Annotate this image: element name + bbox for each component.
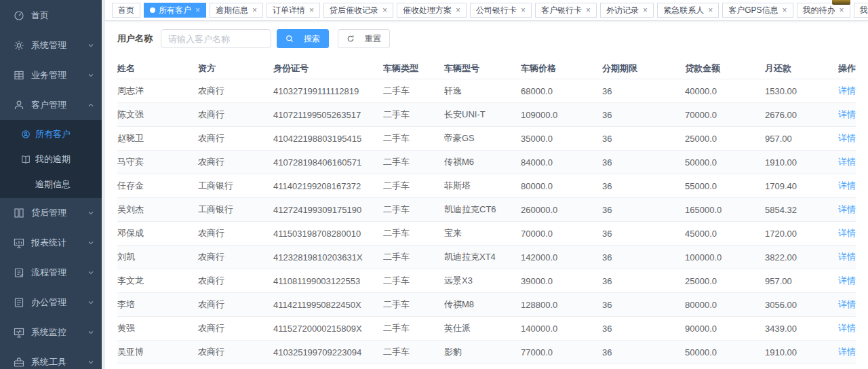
- tab-home[interactable]: 首页: [112, 3, 140, 18]
- tab-company-bank-card[interactable]: 公司银行卡×: [470, 3, 532, 18]
- sidebar-item-label: 业务管理: [31, 69, 87, 81]
- close-icon[interactable]: ×: [708, 6, 713, 14]
- detail-link[interactable]: 详情: [838, 275, 856, 286]
- sidebar-item-post-loan-management[interactable]: 贷后管理: [0, 198, 102, 228]
- detail-link[interactable]: 详情: [838, 228, 856, 238]
- cell-loan_amount: 55000.0: [685, 174, 765, 198]
- cell-vehicle_type: 二手车: [383, 293, 444, 317]
- cell-vehicle_type: 二手车: [383, 269, 444, 293]
- tab-post-loan-collection-records[interactable]: 贷后催收记录×: [323, 3, 393, 18]
- tab-customer-gps-info[interactable]: 客户GPS信息×: [722, 3, 793, 18]
- reset-button[interactable]: 重置: [338, 29, 390, 48]
- tab-label: 催收处理方案: [403, 5, 452, 16]
- tab-label: 我的待办: [803, 5, 835, 16]
- search-button[interactable]: 搜索: [277, 29, 329, 48]
- cell-monthly_payment: 957.00: [765, 127, 838, 151]
- customer-name-input[interactable]: [161, 29, 271, 48]
- cell-funder: 农商行: [198, 222, 273, 246]
- cell-vehicle_price: 68000.0: [521, 79, 602, 103]
- table-row-partial: 农商行二手车详情: [117, 364, 856, 369]
- chevron-down-icon: [87, 41, 95, 50]
- sidebar-item-my-overdue[interactable]: 我的逾期: [0, 147, 102, 172]
- tab-order-detail[interactable]: 订单详情×: [267, 3, 320, 18]
- cell-installment_term: 36: [602, 127, 685, 151]
- cell-vehicle_model: 传祺M6: [444, 151, 521, 174]
- close-icon[interactable]: ×: [782, 6, 787, 14]
- close-icon[interactable]: ×: [195, 6, 200, 14]
- cell-installment_term: 36: [602, 341, 685, 364]
- cell-vehicle_price: 39000.0: [521, 269, 602, 293]
- cell-actions: 详情: [838, 151, 856, 174]
- cell-loan_amount: 50000.0: [685, 341, 765, 364]
- close-icon[interactable]: ×: [521, 6, 526, 14]
- cell-monthly_payment: 1709.40: [765, 174, 838, 198]
- column-header: 月还款: [765, 58, 838, 79]
- detail-link[interactable]: 详情: [838, 85, 856, 96]
- sidebar-item-system-monitor[interactable]: 系统监控: [0, 317, 102, 347]
- tab-label: 我的流程: [860, 5, 868, 16]
- sidebar-item-system-tools[interactable]: 系统工具: [0, 347, 102, 369]
- tab-overdue-info[interactable]: 逾期信息×: [210, 3, 263, 18]
- sidebar-item-business-management[interactable]: 业务管理: [0, 60, 102, 90]
- cell-monthly_payment: [765, 364, 838, 369]
- cell-monthly_payment: 2676.00: [765, 103, 838, 127]
- tab-my-todo[interactable]: 我的待办×: [797, 3, 850, 18]
- detail-link[interactable]: 详情: [838, 157, 856, 167]
- cell-installment_term: 36: [602, 198, 685, 222]
- cell-vehicle_type: 二手车: [383, 246, 444, 269]
- cell-vehicle_model: 影豹: [444, 341, 521, 364]
- detail-link[interactable]: 详情: [838, 204, 856, 214]
- detail-link[interactable]: 详情: [838, 323, 856, 333]
- refresh-icon: [347, 35, 355, 43]
- close-icon[interactable]: ×: [840, 6, 844, 14]
- cell-actions: 详情: [838, 269, 856, 293]
- detail-link[interactable]: 详情: [838, 180, 856, 191]
- close-icon[interactable]: ×: [643, 6, 648, 14]
- close-icon[interactable]: ×: [309, 6, 314, 14]
- detail-link[interactable]: 详情: [838, 133, 856, 143]
- sidebar-item-all-customers[interactable]: 所有客户: [0, 121, 102, 147]
- cell-funder: 农商行: [198, 269, 273, 293]
- table-row: 刘凯农商行41232819810203631X二手车凯迪拉克XT4142000.…: [117, 246, 856, 269]
- user-icon: [14, 100, 24, 111]
- tab-collection-plan[interactable]: 催收处理方案×: [397, 3, 467, 18]
- top-right-cropped-element: [832, 0, 850, 5]
- sidebar-item-system-management[interactable]: 系统管理: [0, 31, 102, 60]
- sidebar-item-customer-management[interactable]: 客户管理: [0, 90, 102, 120]
- cell-installment_term: [602, 364, 685, 369]
- cell-vehicle_price: 109000.0: [521, 103, 602, 127]
- cell-vehicle_price: 70000.0: [521, 222, 602, 246]
- table-row: 马守宾农商行410728198406160571二手车传祺M684000.036…: [117, 151, 856, 174]
- cell-funder: 农商行: [198, 317, 273, 341]
- sidebar-item-office-management[interactable]: 办公管理: [0, 288, 102, 317]
- sidebar-item-report-statistics[interactable]: 报表统计: [0, 228, 102, 258]
- detail-link[interactable]: 详情: [838, 252, 856, 262]
- sidebar-item-process-management[interactable]: 流程管理: [0, 258, 102, 288]
- clipboard-icon: [14, 267, 24, 278]
- cell-name: 周志洋: [117, 79, 198, 103]
- table-row: 周志洋农商行410327199111112819二手车轩逸68000.03640…: [117, 79, 856, 103]
- sidebar-item-home[interactable]: 首页: [0, 1, 102, 31]
- tab-emergency-contacts[interactable]: 紧急联系人×: [657, 3, 719, 18]
- cell-loan_amount: 45000.0: [685, 222, 765, 246]
- cell-id_number: 410327199111112819: [273, 79, 383, 103]
- close-icon[interactable]: ×: [252, 6, 257, 14]
- grid-icon: [14, 70, 24, 81]
- cell-id_number: 410721199505263517: [273, 103, 383, 127]
- close-icon[interactable]: ×: [586, 6, 591, 14]
- tab-my-process[interactable]: 我的流程×: [854, 3, 868, 18]
- tab-all-customers[interactable]: 所有客户×: [144, 3, 206, 18]
- tab-visit-records[interactable]: 外访记录×: [600, 3, 654, 18]
- close-icon[interactable]: ×: [456, 6, 460, 14]
- sidebar-item-overdue-info[interactable]: 逾期信息: [0, 172, 102, 197]
- tab-customer-bank-card[interactable]: 客户银行卡×: [535, 3, 597, 18]
- detail-link[interactable]: 详情: [838, 109, 856, 119]
- customer-name-label: 用户名称: [117, 33, 153, 45]
- detail-link[interactable]: 详情: [838, 347, 856, 357]
- detail-link[interactable]: 详情: [838, 299, 856, 309]
- close-icon[interactable]: ×: [382, 6, 387, 14]
- cell-vehicle_type: 二手车: [383, 317, 444, 341]
- cell-actions: 详情: [838, 198, 856, 222]
- column-header: 分期期限: [602, 58, 685, 79]
- cell-monthly_payment: 3439.00: [765, 317, 838, 341]
